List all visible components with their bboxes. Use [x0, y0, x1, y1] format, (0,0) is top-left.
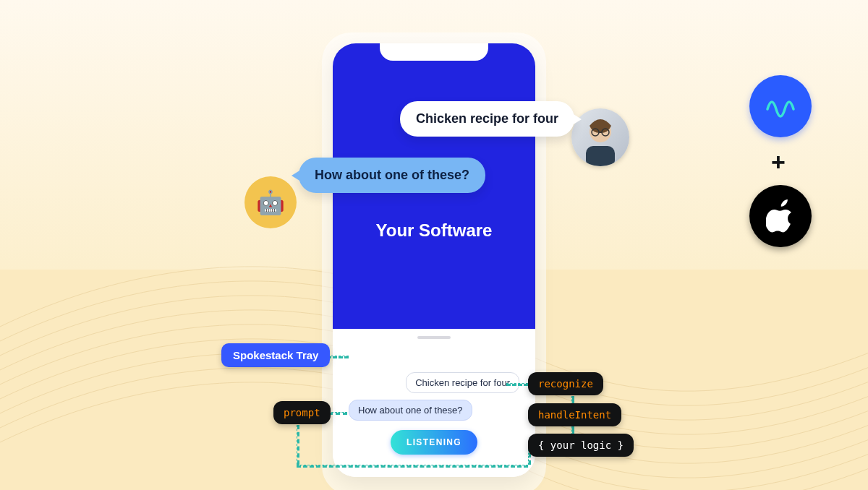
listening-button[interactable]: LISTENING	[391, 430, 477, 455]
tray-user-message: Chicken recipe for four	[406, 372, 519, 393]
robot-icon: 🤖	[256, 189, 285, 216]
svg-rect-2	[586, 146, 615, 166]
tray-label: Spokestack Tray	[221, 343, 330, 367]
apple-icon	[766, 199, 795, 233]
bot-speech-bubble: How about one of these?	[299, 158, 485, 193]
spokestack-logo	[749, 75, 812, 137]
connector	[327, 356, 349, 358]
user-speech-text: Chicken recipe for four	[416, 111, 558, 126]
bot-speech-text: How about one of these?	[315, 168, 469, 182]
connector	[297, 465, 528, 468]
recognize-label: recognize	[528, 372, 603, 395]
connector	[297, 425, 299, 465]
tray-bot-message: How about one of these?	[349, 400, 472, 421]
user-speech-bubble: Chicken recipe for four	[400, 101, 574, 137]
prompt-label: prompt	[273, 401, 331, 424]
plus-icon: +	[771, 148, 786, 176]
apple-logo	[749, 185, 812, 247]
bot-avatar: 🤖	[244, 176, 297, 228]
tray-drag-handle[interactable]	[417, 336, 451, 339]
your-logic-label: { your logic }	[528, 434, 634, 457]
phone-notch	[380, 43, 488, 61]
spokestack-wave-icon	[763, 89, 798, 124]
spokestack-tray[interactable]: Chicken recipe for four How about one of…	[333, 329, 535, 477]
listening-label: LISTENING	[407, 437, 461, 447]
app-title: Your Software	[333, 220, 535, 241]
connector	[506, 383, 528, 386]
handle-intent-label: handleIntent	[528, 403, 621, 426]
